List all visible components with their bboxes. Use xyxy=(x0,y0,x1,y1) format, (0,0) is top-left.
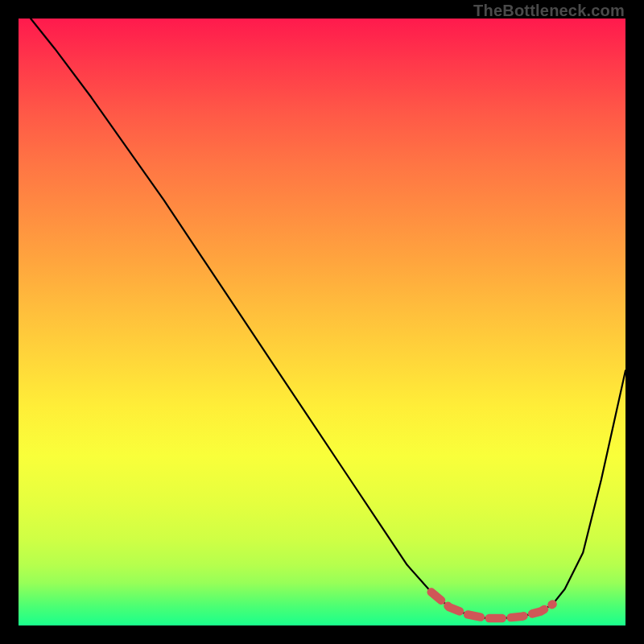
curve-layer xyxy=(19,19,625,625)
highlight-segment xyxy=(431,592,553,618)
watermark-text: TheBottleneck.com xyxy=(473,2,625,20)
bottleneck-curve xyxy=(31,19,625,618)
chart-frame: TheBottleneck.com xyxy=(0,0,644,644)
